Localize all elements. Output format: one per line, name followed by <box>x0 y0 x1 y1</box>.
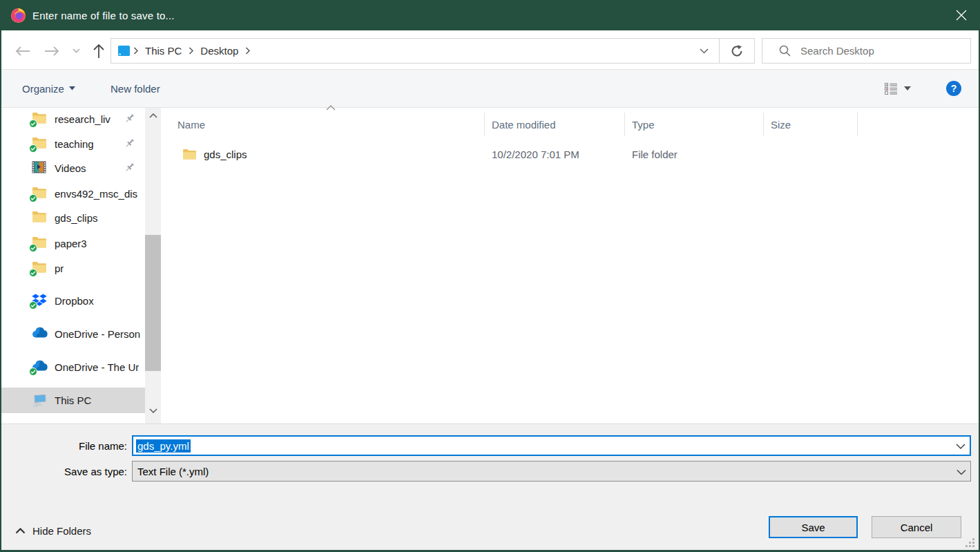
folder-synced-icon <box>32 236 47 250</box>
column-header-name[interactable]: Name <box>167 113 485 136</box>
search-placeholder: Search Desktop <box>800 45 874 57</box>
folder-synced-icon <box>32 137 47 151</box>
hide-folders-button[interactable]: Hide Folders <box>15 520 91 542</box>
back-arrow-icon <box>15 46 31 57</box>
sidebar-item-gds-clips[interactable]: gds_clips <box>1 205 145 230</box>
file-list[interactable]: Name Date modified Type Size gds_clips 1… <box>167 108 979 423</box>
pin-icon <box>124 162 135 176</box>
address-bar[interactable]: This PC Desktop <box>111 38 720 64</box>
folder-icon <box>32 211 47 225</box>
refresh-icon <box>730 44 744 58</box>
column-header-size[interactable]: Size <box>764 113 858 136</box>
pin-icon <box>124 113 135 127</box>
folder-synced-icon <box>32 187 47 200</box>
navigation-bar: This PC Desktop <box>1 30 979 70</box>
file-type: File folder <box>625 149 764 160</box>
chevron-down-icon[interactable] <box>957 466 966 477</box>
chevron-down-icon <box>73 48 80 53</box>
sidebar-item-teaching[interactable]: teaching <box>1 131 145 156</box>
sidebar-item-this-pc[interactable]: This PC <box>1 388 145 413</box>
breadcrumb-item-this-pc[interactable]: This PC <box>141 45 186 57</box>
folder-synced-icon <box>32 261 47 275</box>
file-name: gds_clips <box>204 149 247 160</box>
breadcrumb-item-desktop[interactable]: Desktop <box>196 45 242 57</box>
sidebar-item-onedrive-university[interactable]: OneDrive - The Ur <box>1 354 145 379</box>
dialog-content: research_liv teaching Videos <box>1 108 979 423</box>
dropbox-synced-icon <box>32 294 47 307</box>
folder-icon <box>182 149 197 160</box>
title-bar: Enter name of file to save to... <box>1 0 979 30</box>
chevron-up-icon <box>15 528 26 534</box>
cancel-button[interactable]: Cancel <box>872 516 961 538</box>
hide-folders-label: Hide Folders <box>32 525 91 537</box>
chevron-up-icon <box>149 113 157 118</box>
firefox-icon <box>10 8 26 23</box>
recent-locations-button[interactable] <box>68 38 84 64</box>
pin-icon <box>124 137 135 152</box>
sort-ascending-icon <box>326 105 336 111</box>
navigation-pane: research_liv teaching Videos <box>1 108 167 423</box>
scroll-up-button[interactable] <box>145 108 161 123</box>
sidebar-item-paper3[interactable]: paper3 <box>1 231 145 256</box>
save-button[interactable]: Save <box>769 516 858 538</box>
search-input[interactable]: Search Desktop <box>762 38 971 64</box>
file-date-modified: 10/2/2020 7:01 PM <box>485 149 625 160</box>
up-button[interactable] <box>88 38 109 64</box>
breadcrumb-chevron-icon <box>189 47 193 55</box>
organize-button[interactable]: Organize <box>15 70 82 107</box>
desktop-icon <box>117 45 131 57</box>
window-title: Enter name of file to save to... <box>32 10 175 21</box>
sidebar-item-onedrive-personal[interactable]: OneDrive - Person <box>1 321 145 346</box>
chevron-down-icon <box>69 86 75 91</box>
column-headers: Name Date modified Type Size <box>167 113 979 136</box>
back-button[interactable] <box>11 38 35 64</box>
onedrive-icon <box>32 327 47 341</box>
command-toolbar: Organize New folder <box>1 70 979 108</box>
resize-grip[interactable] <box>965 537 976 549</box>
breadcrumb-chevron-icon <box>133 47 138 55</box>
column-header-type[interactable]: Type <box>625 113 764 136</box>
change-view-button[interactable] <box>883 81 911 96</box>
sidebar-scrollbar[interactable] <box>145 108 161 423</box>
save-as-type-label: Save as type: <box>17 466 127 477</box>
address-dropdown-button[interactable] <box>689 39 719 63</box>
column-header-date-modified[interactable]: Date modified <box>485 113 625 136</box>
details-view-icon <box>883 81 899 96</box>
organize-label: Organize <box>22 83 64 95</box>
forward-arrow-icon <box>44 46 60 57</box>
folder-synced-icon <box>32 112 47 126</box>
sidebar-item-dropbox[interactable]: Dropbox <box>1 288 145 313</box>
up-arrow-icon <box>93 44 105 59</box>
file-name-label: File name: <box>17 440 127 452</box>
breadcrumb-chevron-icon <box>245 47 250 55</box>
refresh-button[interactable] <box>719 38 755 64</box>
sidebar-item-research-liv[interactable]: research_liv <box>1 108 145 131</box>
save-as-type-value: Text File (*.yml) <box>137 466 209 477</box>
scrollbar-thumb[interactable] <box>145 235 161 371</box>
chevron-down-icon <box>700 48 709 54</box>
sidebar-item-envs492-msc-dis[interactable]: envs492_msc_dis <box>1 181 145 206</box>
chevron-down-icon <box>904 86 911 91</box>
videos-icon <box>32 161 47 175</box>
onedrive-synced-icon <box>32 360 47 374</box>
file-row-gds-clips[interactable]: gds_clips 10/2/2020 7:01 PM File folder <box>167 142 979 166</box>
file-name-value: gds_py.yml <box>136 439 191 453</box>
sidebar-item-pr[interactable]: pr <box>1 256 145 280</box>
new-folder-label: New folder <box>111 83 160 95</box>
sidebar-item-videos[interactable]: Videos <box>1 155 145 180</box>
file-name-input[interactable]: gds_py.yml <box>132 435 971 456</box>
help-icon[interactable]: ? <box>945 80 962 97</box>
dialog-footer: File name: gds_py.yml Save as type: Text… <box>1 423 979 550</box>
breadcrumb: This PC Desktop <box>111 45 689 57</box>
scroll-down-button[interactable] <box>145 403 161 418</box>
this-pc-icon <box>32 394 47 408</box>
close-icon <box>955 9 968 21</box>
search-icon <box>779 45 791 57</box>
chevron-down-icon <box>149 408 157 413</box>
chevron-down-icon[interactable] <box>956 439 965 452</box>
close-button[interactable] <box>950 4 973 26</box>
save-as-type-select[interactable]: Text File (*.yml) <box>132 461 971 482</box>
svg-text:?: ? <box>951 83 957 94</box>
forward-button[interactable] <box>40 38 64 64</box>
new-folder-button[interactable]: New folder <box>104 70 167 107</box>
